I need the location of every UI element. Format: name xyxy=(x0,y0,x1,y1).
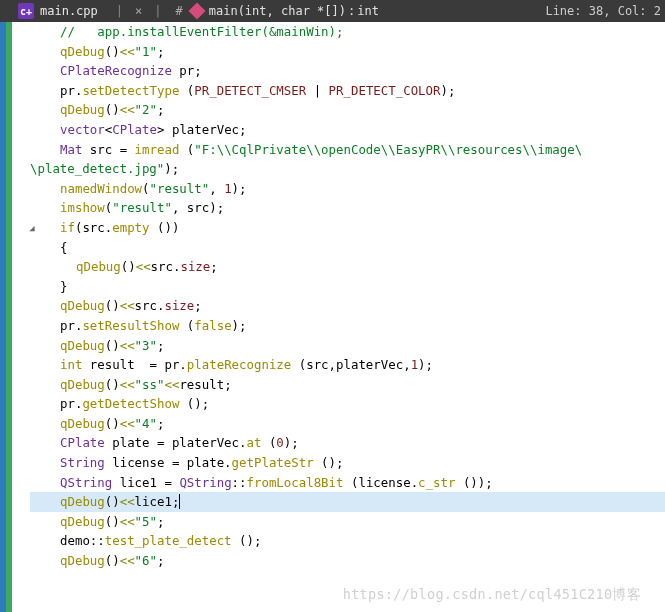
code-token: size xyxy=(164,298,194,313)
code-token: 0 xyxy=(276,435,283,450)
code-token: :: xyxy=(232,475,247,490)
code-token: at xyxy=(247,435,262,450)
code-line[interactable]: pr.getDetectShow (); xyxy=(30,394,665,414)
nav-return-type: int xyxy=(357,4,379,18)
code-token: pr. xyxy=(60,318,82,333)
code-token: (); xyxy=(179,396,209,411)
code-line[interactable]: qDebug()<<lice1; xyxy=(30,492,665,512)
code-token: vector xyxy=(60,122,105,137)
code-token: << xyxy=(120,416,135,431)
code-token: if xyxy=(60,220,75,235)
code-line[interactable]: CPlate plate = platerVec.at (0); xyxy=(30,433,665,453)
code-token: ); xyxy=(232,318,247,333)
code-token: (src,platerVec, xyxy=(291,357,410,372)
code-line[interactable]: QString lice1 = QString::fromLocal8Bit (… xyxy=(30,473,665,493)
code-token: ( xyxy=(179,142,194,157)
fold-indicator-icon[interactable]: ◢ xyxy=(27,223,37,233)
cpp-file-icon: c+ xyxy=(18,3,34,19)
code-editor[interactable]: // app.installEventFilter(&mainWin);qDeb… xyxy=(0,22,665,612)
code-line[interactable]: int result = pr.plateRecognize (src,plat… xyxy=(30,355,665,375)
code-token: qDebug xyxy=(60,44,105,59)
code-token: ); xyxy=(284,435,299,450)
code-line[interactable]: if(src.empty ()) xyxy=(30,218,665,238)
code-line[interactable]: Mat src = imread ("F:\\CqlPrivate\\openC… xyxy=(30,140,665,160)
close-icon[interactable]: × xyxy=(135,4,142,18)
code-token: pr. xyxy=(60,83,82,98)
code-token: pr; xyxy=(179,63,201,78)
code-token: { xyxy=(60,240,67,255)
code-line[interactable]: { xyxy=(30,238,665,258)
code-token: src = xyxy=(90,142,135,157)
code-token: String xyxy=(60,455,112,470)
code-token: qDebug xyxy=(60,416,105,431)
code-token: ( xyxy=(261,435,276,450)
code-line[interactable]: \plate_detect.jpg"); xyxy=(30,159,665,179)
code-token: ()); xyxy=(455,475,492,490)
code-token: ; xyxy=(157,338,164,353)
fold-gutter[interactable] xyxy=(12,22,26,612)
code-line[interactable]: pr.setDetectType (PR_DETECT_CMSER | PR_D… xyxy=(30,81,665,101)
code-token: > platerVec; xyxy=(157,122,247,137)
code-token: ); xyxy=(164,161,179,176)
cursor-position: Line: 38, Col: 2 xyxy=(545,4,661,18)
code-token: setResultShow xyxy=(82,318,179,333)
code-line[interactable]: demo::test_plate_detect (); xyxy=(30,531,665,551)
code-line[interactable]: } xyxy=(30,277,665,297)
code-token: PR_DETECT_CMSER xyxy=(194,83,306,98)
code-line[interactable]: qDebug()<<"1"; xyxy=(30,42,665,62)
code-token: QString xyxy=(60,475,120,490)
code-token: license = plate. xyxy=(112,455,231,470)
code-line[interactable]: namedWindow("result", 1); xyxy=(30,179,665,199)
code-line[interactable]: imshow("result", src); xyxy=(30,198,665,218)
code-line[interactable]: qDebug()<<"3"; xyxy=(30,336,665,356)
code-line[interactable]: qDebug()<<"ss"<<result; xyxy=(30,375,665,395)
code-token: () xyxy=(105,298,120,313)
code-token: ( xyxy=(179,318,194,333)
code-token: \plate_detect.jpg" xyxy=(30,161,164,176)
nav-return-sep: : xyxy=(348,4,355,18)
code-token: << xyxy=(120,338,135,353)
code-token: () xyxy=(105,416,120,431)
file-name[interactable]: main.cpp xyxy=(40,4,98,18)
nav-function[interactable]: main(int, char *[]) xyxy=(209,4,346,18)
code-token: << xyxy=(120,514,135,529)
code-token: qDebug xyxy=(60,494,105,509)
title-bar: c+ main.cpp | × | # main(int, char *[]) … xyxy=(0,0,665,22)
code-token: ; xyxy=(157,416,164,431)
code-line[interactable]: qDebug()<<src.size; xyxy=(30,296,665,316)
code-line[interactable]: qDebug()<<"6"; xyxy=(30,551,665,571)
code-line[interactable]: qDebug()<<"4"; xyxy=(30,414,665,434)
code-area[interactable]: // app.installEventFilter(&mainWin);qDeb… xyxy=(26,22,665,612)
code-line[interactable]: // app.installEventFilter(&mainWin); xyxy=(30,22,665,42)
code-token: ; xyxy=(157,44,164,59)
code-token: getDetectShow xyxy=(82,396,179,411)
code-token: ); xyxy=(441,83,456,98)
code-token: << xyxy=(120,102,135,117)
code-token: () xyxy=(105,377,120,392)
code-line[interactable]: String license = plate.getPlateStr (); xyxy=(30,453,665,473)
code-line[interactable]: qDebug()<<src.size; xyxy=(30,257,665,277)
code-token: "result" xyxy=(150,181,210,196)
code-token: PR_DETECT_COLOR xyxy=(329,83,441,98)
code-token: () xyxy=(105,102,120,117)
code-line[interactable]: CPlateRecognize pr; xyxy=(30,61,665,81)
code-token: << xyxy=(120,44,135,59)
code-line[interactable]: vector<CPlate> platerVec; xyxy=(30,120,665,140)
code-token: << xyxy=(120,553,135,568)
pin-icon[interactable] xyxy=(188,3,205,20)
code-token: app.installEventFilter(&mainWin); xyxy=(82,24,343,39)
nav-hash-icon[interactable]: # xyxy=(176,4,183,18)
code-token: } xyxy=(60,279,67,294)
code-token: plate = platerVec. xyxy=(112,435,246,450)
code-token: demo:: xyxy=(60,533,105,548)
code-token: () xyxy=(121,259,136,274)
code-line[interactable]: qDebug()<<"5"; xyxy=(30,512,665,532)
watermark-text: https://blog.csdn.net/cql451C210博客 xyxy=(343,586,641,604)
code-token: << xyxy=(120,298,135,313)
code-token: "result" xyxy=(112,200,172,215)
code-token: c_str xyxy=(418,475,455,490)
code-token: lice1; xyxy=(135,494,180,509)
code-line[interactable]: qDebug()<<"2"; xyxy=(30,100,665,120)
code-token: src. xyxy=(151,259,181,274)
code-line[interactable]: pr.setResultShow (false); xyxy=(30,316,665,336)
